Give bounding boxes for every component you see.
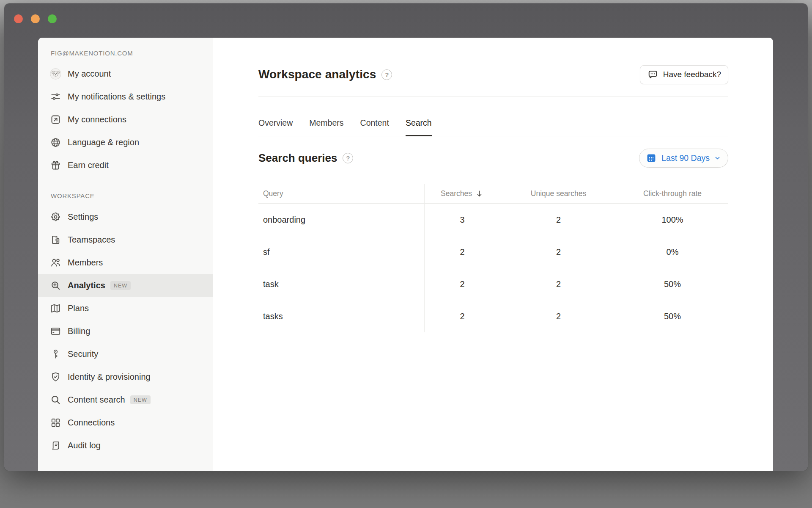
tab-search[interactable]: Search bbox=[406, 118, 432, 136]
sidebar-item-my-account[interactable]: My account bbox=[38, 62, 213, 85]
page-header: Workspace analytics ? Have feedback? bbox=[258, 65, 728, 84]
sidebar-item-security[interactable]: Security bbox=[38, 342, 213, 365]
minimize-window-button[interactable] bbox=[31, 14, 40, 23]
sidebar-item-teamspaces[interactable]: Teamspaces bbox=[38, 228, 213, 251]
app-window: FIG@MAKENOTION.COM My account My notific… bbox=[4, 3, 808, 471]
cell-query: task bbox=[258, 279, 424, 289]
sidebar-item-label: Earn credit bbox=[68, 158, 109, 173]
have-feedback-button[interactable]: Have feedback? bbox=[640, 65, 728, 84]
gift-icon bbox=[50, 160, 61, 171]
sidebar-item-label: Connections bbox=[68, 415, 115, 430]
sidebar-item-identity-provisioning[interactable]: Identity & provisioning bbox=[38, 365, 213, 388]
workspace-section-label: WORKSPACE bbox=[51, 191, 213, 201]
new-badge: NEW bbox=[130, 395, 151, 404]
sidebar-item-connections[interactable]: Connections bbox=[38, 411, 213, 434]
settings-modal: FIG@MAKENOTION.COM My account My notific… bbox=[38, 38, 773, 471]
sidebar-item-content-search[interactable]: Content search NEW bbox=[38, 388, 213, 411]
table-header-row: Query Searches Unique searches Click-thr… bbox=[258, 184, 728, 204]
cell-click-through-rate: 50% bbox=[617, 312, 728, 321]
cell-unique-searches: 2 bbox=[500, 312, 617, 321]
sidebar-item-label: My notifications & settings bbox=[68, 89, 165, 104]
sidebar-item-audit-log[interactable]: Audit log bbox=[38, 434, 213, 457]
column-header-query[interactable]: Query bbox=[258, 189, 424, 198]
avatar-koala-icon bbox=[50, 68, 61, 80]
sidebar-item-my-connections[interactable]: My connections bbox=[38, 108, 213, 131]
tab-content[interactable]: Content bbox=[360, 118, 389, 136]
have-feedback-label: Have feedback? bbox=[663, 70, 721, 79]
column-header-label: Searches bbox=[441, 189, 472, 198]
page-title: Workspace analytics bbox=[258, 68, 376, 81]
table-column-divider bbox=[424, 184, 425, 332]
calendar-icon bbox=[645, 152, 657, 164]
sidebar-item-language-region[interactable]: Language & region bbox=[38, 131, 213, 154]
sidebar-item-label: Plans bbox=[68, 301, 89, 316]
zoom-window-button[interactable] bbox=[48, 14, 57, 23]
sidebar-item-analytics[interactable]: Analytics NEW bbox=[38, 274, 213, 297]
analytics-tabs: Overview Members Content Search bbox=[258, 118, 728, 136]
cell-click-through-rate: 50% bbox=[617, 279, 728, 289]
table-row: onboarding 3 2 100% bbox=[258, 204, 728, 236]
sidebar-item-label: Billing bbox=[68, 324, 90, 339]
globe-icon bbox=[50, 137, 61, 148]
table-row: sf 2 2 0% bbox=[258, 236, 728, 268]
sidebar-item-label: Identity & provisioning bbox=[68, 370, 151, 384]
sidebar-item-label: My connections bbox=[68, 112, 126, 127]
gear-icon bbox=[50, 211, 61, 223]
arrow-up-right-box-icon bbox=[50, 114, 61, 125]
cell-searches: 2 bbox=[424, 279, 500, 289]
sidebar-item-notifications-settings[interactable]: My notifications & settings bbox=[38, 85, 213, 108]
people-icon bbox=[50, 257, 61, 268]
map-icon bbox=[50, 303, 61, 314]
tab-members[interactable]: Members bbox=[309, 118, 343, 136]
help-icon[interactable]: ? bbox=[381, 69, 392, 80]
search-queries-table: Query Searches Unique searches Click-thr… bbox=[258, 184, 728, 332]
sidebar-item-label: Analytics bbox=[68, 278, 105, 293]
search-queries-header: Search queries ? Last 90 Days bbox=[258, 148, 728, 168]
sidebar-item-settings[interactable]: Settings bbox=[38, 205, 213, 228]
help-icon[interactable]: ? bbox=[343, 153, 353, 163]
sidebar-item-label: Audit log bbox=[68, 438, 101, 453]
date-range-label: Last 90 Days bbox=[661, 153, 710, 163]
cell-query: onboarding bbox=[258, 215, 424, 225]
header-divider bbox=[258, 97, 728, 97]
date-range-dropdown[interactable]: Last 90 Days bbox=[639, 149, 728, 168]
window-controls bbox=[14, 14, 57, 23]
table-row: task 2 2 50% bbox=[258, 268, 728, 300]
sidebar-item-label: Security bbox=[68, 347, 98, 362]
sidebar-item-label: Teamspaces bbox=[68, 232, 115, 247]
column-header-searches[interactable]: Searches bbox=[424, 189, 500, 198]
tab-overview[interactable]: Overview bbox=[258, 118, 293, 136]
feedback-bubble-icon bbox=[647, 69, 658, 80]
grid-icon bbox=[50, 417, 61, 428]
sidebar-item-earn-credit[interactable]: Earn credit bbox=[38, 154, 213, 177]
new-badge: NEW bbox=[110, 281, 131, 290]
sidebar-item-billing[interactable]: Billing bbox=[38, 320, 213, 342]
credit-card-icon bbox=[50, 326, 61, 337]
cell-query: tasks bbox=[258, 312, 424, 321]
shield-check-icon bbox=[50, 371, 61, 383]
column-header-unique-searches[interactable]: Unique searches bbox=[500, 189, 617, 198]
analytics-main-panel: Workspace analytics ? Have feedback? Ove… bbox=[213, 38, 773, 471]
sidebar-item-label: My account bbox=[68, 66, 111, 81]
sidebar-item-members[interactable]: Members bbox=[38, 251, 213, 274]
magnifier-plus-icon bbox=[50, 280, 61, 291]
sidebar-item-label: Language & region bbox=[68, 135, 139, 150]
cell-searches: 2 bbox=[424, 312, 500, 321]
cell-unique-searches: 2 bbox=[500, 215, 617, 225]
sidebar-item-label: Members bbox=[68, 255, 103, 270]
cell-query: sf bbox=[258, 247, 424, 257]
column-header-click-through-rate[interactable]: Click-through rate bbox=[617, 189, 728, 198]
scroll-icon bbox=[50, 440, 61, 451]
magnifier-icon bbox=[50, 394, 61, 406]
account-email-label: FIG@MAKENOTION.COM bbox=[51, 50, 213, 57]
cell-searches: 2 bbox=[424, 247, 500, 257]
building-icon bbox=[50, 234, 61, 246]
table-row: tasks 2 2 50% bbox=[258, 300, 728, 332]
sort-descending-icon bbox=[475, 189, 484, 198]
sidebar-item-plans[interactable]: Plans bbox=[38, 297, 213, 320]
close-window-button[interactable] bbox=[14, 14, 23, 23]
cell-click-through-rate: 0% bbox=[617, 247, 728, 257]
cell-unique-searches: 2 bbox=[500, 247, 617, 257]
chevron-down-icon bbox=[714, 152, 721, 164]
cell-searches: 3 bbox=[424, 215, 500, 225]
